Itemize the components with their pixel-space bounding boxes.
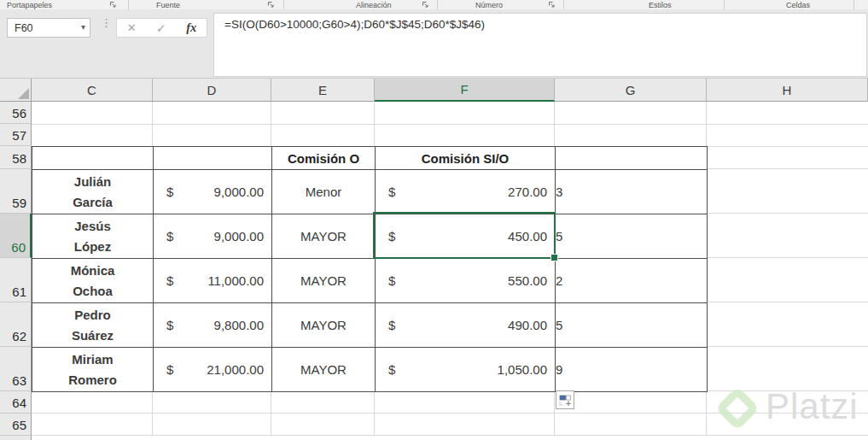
currency-symbol: $ (166, 318, 173, 332)
cell-ventas[interactable]: $9,000.00 (154, 170, 272, 214)
select-all-corner[interactable] (0, 79, 32, 102)
currency-symbol: $ (388, 362, 395, 377)
autofill-options-button[interactable] (556, 390, 574, 409)
cell-comision-sio[interactable]: $550.00 (376, 259, 556, 303)
table-row: MiriamRomero $21,000.00 MAYOR $1,050.00 … (32, 348, 708, 392)
currency-symbol: $ (388, 229, 395, 243)
currency-symbol: $ (388, 318, 395, 332)
platzi-watermark-text: Platzi (766, 386, 859, 427)
cell-comision-o[interactable]: Menor (272, 170, 376, 214)
ribbon-group-fuente: Fuente (156, 0, 180, 9)
column-header-e[interactable]: E (271, 79, 375, 102)
row-header-56[interactable]: 56 (0, 102, 32, 124)
excel-window: Portapapeles Fuente Alineación Número Es… (0, 0, 868, 440)
row-header-57[interactable]: 57 (0, 124, 32, 146)
table-header-row: Vendedor Ventas al mes Comisión O Comisi… (32, 147, 708, 170)
name-box-value: F60 (15, 22, 33, 34)
cell-vendedor[interactable]: MiriamRomero (32, 348, 154, 392)
ribbon-divider (437, 0, 438, 9)
gridline (32, 435, 868, 436)
cell-ventas[interactable]: $9,800.00 (154, 303, 272, 348)
row-header-61[interactable]: 61 (0, 258, 32, 302)
row-header-64[interactable]: 64 (0, 391, 32, 414)
ribbon-group-numero: Número (475, 0, 503, 9)
cell-meses[interactable]: 2 (556, 259, 708, 303)
formula-text: =SI(O(D60>10000;G60>4);D60*$J$45;D60*$J$… (224, 18, 485, 31)
currency-symbol: $ (166, 229, 173, 243)
header-cell-vendedor[interactable]: Vendedor (32, 147, 154, 170)
column-header-d[interactable]: D (153, 79, 271, 102)
ribbon-divider (724, 0, 725, 9)
cell-comision-sio[interactable]: $270.00 (376, 170, 556, 214)
name-box-dropdown-icon[interactable]: ▾ (81, 22, 85, 32)
commissions-table: Vendedor Ventas al mes Comisión O Comisi… (32, 146, 708, 392)
column-header-c[interactable]: C (32, 79, 153, 102)
autofill-options-icon (559, 394, 572, 407)
currency-symbol: $ (388, 185, 395, 199)
cell-comision-sio[interactable]: $1,050.00 (376, 348, 556, 392)
header-cell-comision-sio[interactable]: Comisión SI/O (376, 147, 556, 170)
select-all-triangle-icon (18, 88, 29, 99)
table-row: JesúsLópez $9,000.00 MAYOR $450.00 5 (32, 214, 708, 259)
platzi-logo-icon (711, 382, 764, 435)
row-header-60-selected[interactable]: 60 (0, 214, 32, 258)
cell-ventas[interactable]: $21,000.00 (154, 348, 272, 392)
dialog-launcher-icon[interactable] (109, 1, 117, 9)
ribbon-divider (128, 0, 129, 9)
row-header-63[interactable]: 63 (0, 347, 32, 391)
dialog-launcher-icon[interactable] (422, 1, 429, 9)
cell-vendedor[interactable]: MónicaOchoa (32, 259, 154, 303)
cell-comision-o[interactable]: MAYOR (272, 259, 376, 303)
cell-ventas[interactable]: $11,000.00 (154, 259, 272, 303)
cell-comision-o[interactable]: MAYOR (272, 348, 376, 392)
ribbon-divider (563, 0, 564, 9)
column-header-f-selected[interactable]: F (375, 79, 555, 102)
row-header-65[interactable]: 65 (0, 414, 32, 436)
cell-meses[interactable]: 5 (556, 214, 708, 259)
cell-comision-o[interactable]: MAYOR (272, 214, 376, 259)
ribbon-strip: Portapapeles Fuente Alineación Número Es… (0, 0, 868, 9)
header-cell-ventas[interactable]: Ventas al mes (154, 147, 272, 170)
column-header-h[interactable]: H (707, 79, 868, 102)
header-cell-comision-o[interactable]: Comisión O (272, 147, 376, 170)
name-box[interactable]: F60 ▾ (7, 18, 90, 38)
column-header-g[interactable]: G (555, 79, 707, 102)
row-header-partial (0, 436, 32, 440)
cell-ventas[interactable]: $9,000.00 (154, 214, 272, 259)
row-header-58[interactable]: 58 (0, 146, 32, 169)
formula-input[interactable]: =SI(O(D60>10000;G60>4);D60*$J$45;D60*$J$… (213, 13, 867, 77)
row-header-62[interactable]: 62 (0, 302, 32, 347)
cancel-icon[interactable]: ✕ (127, 21, 137, 34)
ribbon-group-alineacion: Alineación (356, 0, 392, 9)
table-row: PedroSuárez $9,800.00 MAYOR $490.00 5 (32, 303, 708, 348)
formula-bar-area: F60 ▾ ⋮ ✕ ✓ fx =SI(O(D60>10000;G60>4);D6… (0, 9, 868, 79)
enter-icon[interactable]: ✓ (156, 21, 166, 35)
cell-meses[interactable]: 5 (556, 303, 708, 348)
cell-vendedor[interactable]: PedroSuárez (32, 303, 154, 348)
currency-symbol: $ (166, 273, 173, 288)
dialog-launcher-icon[interactable] (548, 1, 556, 9)
cell-meses[interactable]: 9 (556, 348, 708, 392)
cell-vendedor[interactable]: JuliánGarcía (32, 170, 154, 214)
formula-bar-buttons: ✕ ✓ fx (116, 18, 207, 38)
currency-symbol: $ (166, 362, 173, 377)
ribbon-group-celdas: Celdas (786, 0, 810, 9)
cell-comision-sio[interactable]: $490.00 (376, 303, 556, 348)
cell-meses[interactable]: 3 (556, 170, 708, 214)
cell-comision-sio-selected[interactable]: $450.00 (376, 214, 556, 259)
cell-comision-o[interactable]: MAYOR (272, 303, 376, 348)
cell-vendedor[interactable]: JesúsLópez (32, 214, 154, 259)
ribbon-divider (853, 0, 854, 9)
currency-symbol: $ (388, 273, 395, 288)
row-header-59[interactable]: 59 (0, 169, 32, 214)
dialog-launcher-icon[interactable] (267, 1, 275, 9)
fill-handle[interactable] (551, 254, 558, 261)
ribbon-divider (283, 0, 284, 9)
currency-symbol: $ (166, 185, 173, 199)
insert-function-icon[interactable]: fx (186, 21, 196, 35)
formula-bar-separator-dots: ⋮ (101, 16, 112, 29)
gridline (32, 124, 868, 125)
header-cell-meses[interactable]: Meses (556, 147, 708, 170)
table-row: JuliánGarcía $9,000.00 Menor $270.00 3 (32, 170, 708, 214)
table-row: MónicaOchoa $11,000.00 MAYOR $550.00 2 (32, 259, 708, 303)
